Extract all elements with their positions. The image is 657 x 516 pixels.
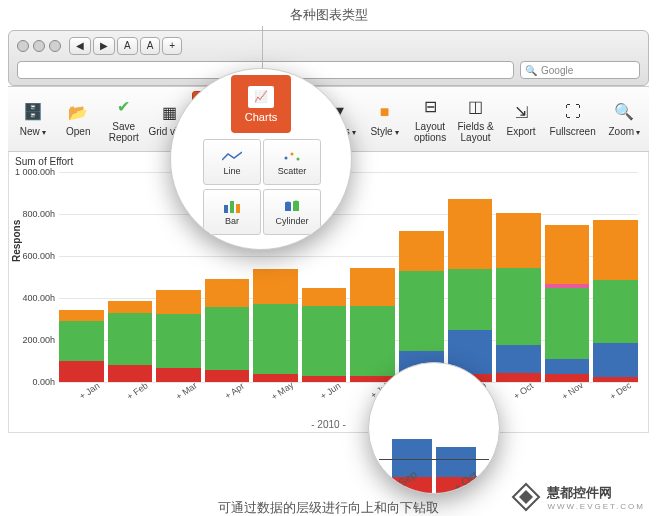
y-tick: 200.00h: [11, 335, 55, 345]
fwd-button[interactable]: ▶: [93, 37, 115, 55]
svg-point-1: [291, 153, 294, 156]
style-icon: ■: [372, 101, 398, 123]
svg-rect-3: [224, 205, 228, 213]
x-year: - 2010 -: [9, 419, 648, 430]
svg-rect-7: [285, 203, 291, 211]
folder-icon: 📂: [65, 101, 91, 123]
svg-rect-4: [230, 201, 234, 213]
y-tick: 600.00h: [11, 251, 55, 261]
scatter-icon: [281, 148, 303, 164]
seg-orange: [593, 220, 638, 280]
browser-chrome: ◀ ▶ A A + 🔍 Google: [8, 30, 649, 86]
seg-green: [448, 269, 493, 330]
fullscreen-button[interactable]: ⛶Fullscreen: [544, 91, 602, 147]
fields-layout-button[interactable]: ◫Fields & Layout: [453, 91, 499, 147]
open-button[interactable]: 📂Open: [56, 91, 102, 147]
svg-rect-9: [293, 202, 299, 211]
y-tick: 800.00h: [11, 209, 55, 219]
seg-green: [350, 306, 395, 375]
seg-orange: [156, 290, 201, 314]
svg-point-2: [297, 158, 300, 161]
bar-aug[interactable]: [399, 172, 444, 382]
back-button[interactable]: ◀: [69, 37, 91, 55]
export-button[interactable]: ⇲Export: [498, 91, 544, 147]
seg-orange: [399, 231, 444, 271]
seg-green: [156, 314, 201, 369]
annotation-top: 各种图表类型: [0, 0, 657, 30]
seg-orange: [205, 279, 250, 307]
seg-orange: [350, 268, 395, 307]
export-icon: ⇲: [508, 101, 534, 123]
bar-nov[interactable]: [545, 172, 590, 382]
bar-dec[interactable]: [593, 172, 638, 382]
y-tick: 0.00h: [11, 377, 55, 387]
leader-line: [262, 26, 263, 70]
svg-marker-11: [519, 490, 533, 504]
search-icon: 🔍: [525, 65, 537, 76]
bar-icon: [221, 198, 243, 214]
bar-jan[interactable]: [59, 172, 104, 382]
seg-green: [496, 268, 541, 346]
seg-green: [59, 321, 104, 361]
chart-type-line[interactable]: Line: [203, 139, 261, 185]
font-large-button[interactable]: A: [140, 37, 161, 55]
seg-green: [545, 288, 590, 359]
fields-icon: ◫: [463, 96, 489, 118]
logo-icon: [511, 482, 541, 512]
bar-sep[interactable]: [448, 172, 493, 382]
layout-button[interactable]: ⊟Layout options: [407, 91, 453, 147]
seg-orange: [302, 288, 347, 307]
seg-green: [108, 313, 153, 366]
check-icon: ✔: [111, 96, 137, 118]
style-button[interactable]: ■Style: [362, 91, 408, 147]
bar-jul[interactable]: [350, 172, 395, 382]
seg-green: [253, 304, 298, 373]
watermark: 慧都控件网 WWW.EVGET.COM: [511, 482, 645, 512]
seg-green: [399, 271, 444, 351]
magnifier-chart-types: 📈 Charts Line Scatter Bar Cylinder: [170, 68, 352, 250]
zoom-icon: 🔍: [611, 101, 637, 123]
chart-title: Sum of Effort: [15, 156, 73, 167]
seg-orange: [496, 213, 541, 268]
zoom-button[interactable]: 🔍Zoom: [602, 91, 648, 147]
seg-orange: [253, 269, 298, 305]
line-icon: [221, 148, 243, 164]
new-button[interactable]: 🗄️New: [10, 91, 56, 147]
search-input[interactable]: 🔍 Google: [520, 61, 640, 79]
chart-type-cylinder[interactable]: Cylinder: [263, 189, 321, 235]
seg-orange: [545, 225, 590, 285]
seg-green: [593, 280, 638, 343]
y-tick: 1 000.00h: [11, 167, 55, 177]
database-icon: 🗄️: [20, 101, 46, 123]
search-placeholder: Google: [541, 65, 573, 76]
bar-feb[interactable]: [108, 172, 153, 382]
svg-rect-5: [236, 204, 240, 213]
bars: [59, 172, 638, 382]
cylinder-icon: [281, 198, 303, 214]
add-button[interactable]: +: [162, 37, 182, 55]
y-tick: 400.00h: [11, 293, 55, 303]
seg-green: [205, 307, 250, 370]
svg-point-0: [285, 157, 288, 160]
chart-type-scatter[interactable]: Scatter: [263, 139, 321, 185]
seg-green: [302, 306, 347, 375]
layout-icon: ⊟: [417, 96, 443, 118]
bar-oct[interactable]: [496, 172, 541, 382]
chart-type-bar[interactable]: Bar: [203, 189, 261, 235]
magnifier-drilldown: + Sep + Oct: [368, 362, 500, 494]
fullscreen-icon: ⛶: [560, 101, 586, 123]
charts-button-zoom[interactable]: 📈 Charts: [231, 75, 291, 133]
font-small-button[interactable]: A: [117, 37, 138, 55]
seg-orange: [448, 199, 493, 268]
chart-icon: 📈: [248, 86, 274, 108]
seg-orange: [59, 310, 104, 322]
seg-orange: [108, 301, 153, 313]
save-button[interactable]: ✔Save Report: [101, 91, 147, 147]
traffic-lights: [17, 40, 61, 52]
